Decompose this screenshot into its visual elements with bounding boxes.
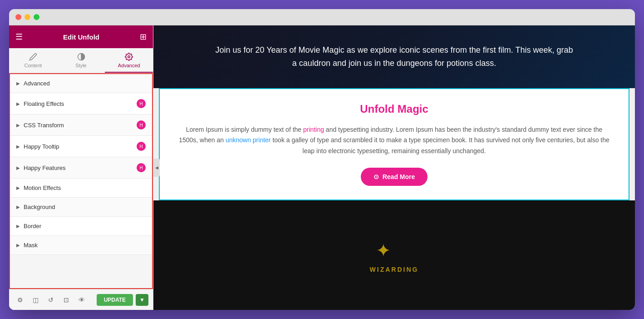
update-button[interactable]: UPDATE [97,294,133,306]
panel-label-floating-effects: Floating Effects [24,100,64,107]
hero-text: Join us for 20 Years of Movie Magic as w… [213,44,576,70]
collapse-handle[interactable]: ◀ [153,159,160,177]
update-arrow-button[interactable]: ▼ [136,294,148,306]
pencil-icon [29,53,37,61]
panel-item-floating-effects[interactable]: ▶ Floating Effects H [10,93,152,115]
panel-label-css-transform: CSS Transform [24,122,64,129]
panel-label-happy-tooltip: Happy Tooltip [24,143,59,150]
panel-item-happy-tooltip[interactable]: ▶ Happy Tooltip H [10,136,152,157]
panel-label-background: Background [24,204,55,210]
panel-item-css-transform[interactable]: ▶ CSS Transform H [10,115,152,136]
panel-item-motion-effects[interactable]: ▶ Motion Effects [10,179,152,198]
traffic-lights [15,14,39,20]
gear-icon [125,53,133,61]
layers-icon[interactable]: ◫ [29,294,42,306]
content-area: ◀ Join us for 20 Years of Movie Magic as… [153,25,635,310]
sidebar-tabs: Content Style Advanced [9,48,153,73]
tab-style-label: Style [75,63,86,68]
eye-icon[interactable]: 👁 [75,294,88,306]
card-text-3: took a galley of type and scrambled it t… [271,136,610,155]
chevron-icon: ▶ [16,123,20,128]
chevron-icon: ▶ [16,81,20,86]
floating-effects-badge: H [137,99,146,108]
card-text-link-printer: unknown printer [226,136,271,144]
wizard-decoration: WIZARDING [370,237,419,273]
chevron-icon: ▶ [16,224,20,229]
card-section: Unfold Magic Lorem Ipsum is simply dummy… [159,88,629,200]
wizard-text: WIZARDING [370,266,419,273]
panel-label-advanced: Advanced [24,80,50,87]
traffic-light-green[interactable] [34,14,39,20]
chevron-icon: ▶ [16,165,20,170]
history-icon[interactable]: ↺ [44,294,57,306]
happy-features-badge: H [137,163,146,172]
bottom-dark-section: WIZARDING [153,200,635,310]
sidebar-header: ☰ Edit Unfold ⊞ [9,25,153,48]
card-body: Lorem Ipsum is simply dummy text of the … [178,125,610,157]
sun-icon [370,237,397,264]
panel-label-motion-effects: Motion Effects [24,184,61,191]
browser-window: ☰ Edit Unfold ⊞ Content Style [9,9,635,310]
read-more-label: Read More [383,173,415,180]
panel-label-happy-features: Happy Features [24,164,66,171]
panel-item-happy-features[interactable]: ▶ Happy Features H [10,157,152,179]
sidebar-title: Edit Unfold [63,33,99,41]
happy-tooltip-badge: H [137,142,146,151]
hamburger-icon[interactable]: ☰ [15,32,23,42]
tab-style[interactable]: Style [57,48,105,73]
chevron-icon: ▶ [16,144,20,149]
chevron-icon: ▶ [16,204,20,209]
svg-point-1 [128,56,130,58]
main-area: ☰ Edit Unfold ⊞ Content Style [9,25,635,310]
chevron-icon: ▶ [16,243,20,248]
css-transform-badge: H [137,120,146,130]
sidebar: ☰ Edit Unfold ⊞ Content Style [9,25,153,310]
card-title: Unfold Magic [178,103,610,115]
traffic-light-yellow[interactable] [25,14,30,20]
browser-chrome [9,9,635,25]
panel-item-advanced[interactable]: ▶ Advanced [10,74,152,93]
panel-item-background[interactable]: ▶ Background [10,198,152,217]
hero-section: Join us for 20 Years of Movie Magic as w… [153,25,635,88]
card-text-highlight-printing: printing [303,126,324,133]
responsive-icon[interactable]: ⊡ [60,294,73,306]
chevron-icon: ▶ [16,101,20,106]
read-more-icon: ⊙ [374,173,379,180]
chevron-icon: ▶ [16,185,20,190]
panel-item-mask[interactable]: ▶ Mask [10,236,152,255]
tab-content-label: Content [25,63,42,68]
grid-icon[interactable]: ⊞ [140,32,147,42]
sidebar-bottom-toolbar: ⚙ ◫ ↺ ⊡ 👁 UPDATE ▼ [9,289,153,310]
read-more-button[interactable]: ⊙ Read More [361,168,428,186]
tab-advanced-label: Advanced [118,63,140,68]
tab-content[interactable]: Content [9,48,57,73]
panel-label-mask: Mask [24,242,38,249]
tab-advanced[interactable]: Advanced [105,48,153,73]
card-text-1: Lorem Ipsum is simply dummy text of the [186,126,303,133]
sidebar-panels: ▶ Advanced ▶ Floating Effects H ▶ CSS Tr… [9,73,153,289]
style-icon [77,53,85,61]
traffic-light-red[interactable] [15,14,21,20]
settings-icon[interactable]: ⚙ [14,294,26,306]
panel-item-border[interactable]: ▶ Border [10,217,152,236]
panel-label-border: Border [24,223,41,229]
